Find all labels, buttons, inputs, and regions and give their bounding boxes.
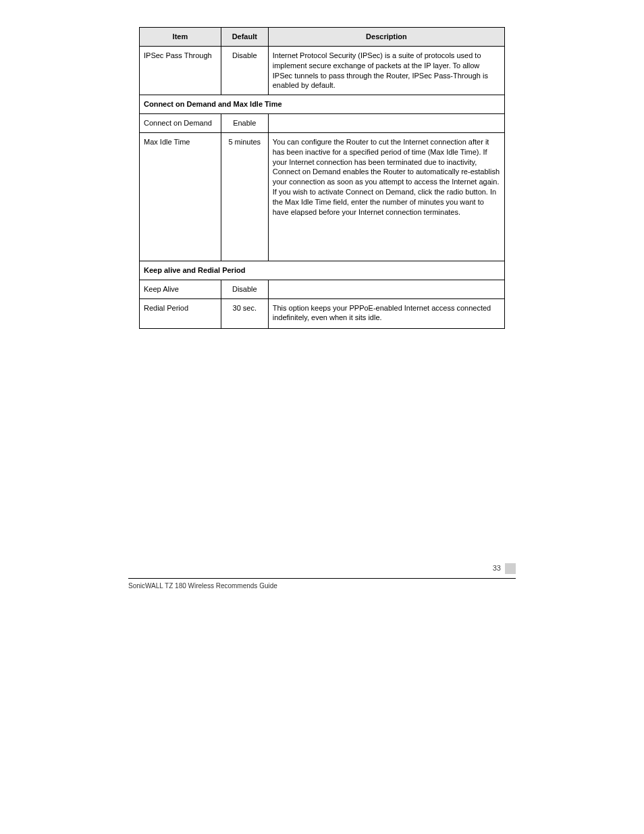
th-item: Item <box>140 28 221 47</box>
cell-item: Keep Alive <box>140 280 221 298</box>
cell-default: Enable <box>221 114 268 133</box>
page-footer: 33 SonicWALL TZ 180 Wireless Recommends … <box>128 575 516 596</box>
cell-description: This option keeps your PPPoE-enabled Int… <box>268 298 504 328</box>
cell-description <box>268 114 504 133</box>
th-default: Default <box>221 28 268 47</box>
table-row: Keep Alive Disable <box>140 280 505 298</box>
cell-item: Redial Period <box>140 298 221 328</box>
table-row: IPSec Pass Through Disable Internet Prot… <box>140 46 505 95</box>
th-description: Description <box>268 28 504 47</box>
table-row: Redial Period 30 sec. This option keeps … <box>140 298 505 328</box>
cell-default: Disable <box>221 46 268 95</box>
table-row: Connect on Demand Enable <box>140 114 505 133</box>
page-number: 33 <box>493 564 501 572</box>
cell-item: Connect on Demand <box>140 114 221 133</box>
cell-item: IPSec Pass Through <box>140 46 221 95</box>
section-label: Keep alive and Redial Period <box>140 261 505 280</box>
cell-description: You can configure the Router to cut the … <box>268 132 504 261</box>
section-row-connect: Connect on Demand and Max Idle Time <box>140 95 505 114</box>
section-label: Connect on Demand and Max Idle Time <box>140 95 505 114</box>
cell-description: Internet Protocol Security (IPSec) is a … <box>268 46 504 95</box>
cell-default: 5 minutes <box>221 132 268 261</box>
cell-default: 30 sec. <box>221 298 268 328</box>
cell-item: Max Idle Time <box>140 132 221 261</box>
page-marker-icon <box>505 563 516 574</box>
table-row: Max Idle Time 5 minutes You can configur… <box>140 132 505 261</box>
cell-description <box>268 280 504 298</box>
settings-table: Item Default Description IPSec Pass Thro… <box>139 27 505 329</box>
table-header-row: Item Default Description <box>140 28 505 47</box>
footer-rule <box>128 578 516 579</box>
footer-text: SonicWALL TZ 180 Wireless Recommends Gui… <box>128 582 277 590</box>
section-row-keepalive: Keep alive and Redial Period <box>140 261 505 280</box>
cell-default: Disable <box>221 280 268 298</box>
